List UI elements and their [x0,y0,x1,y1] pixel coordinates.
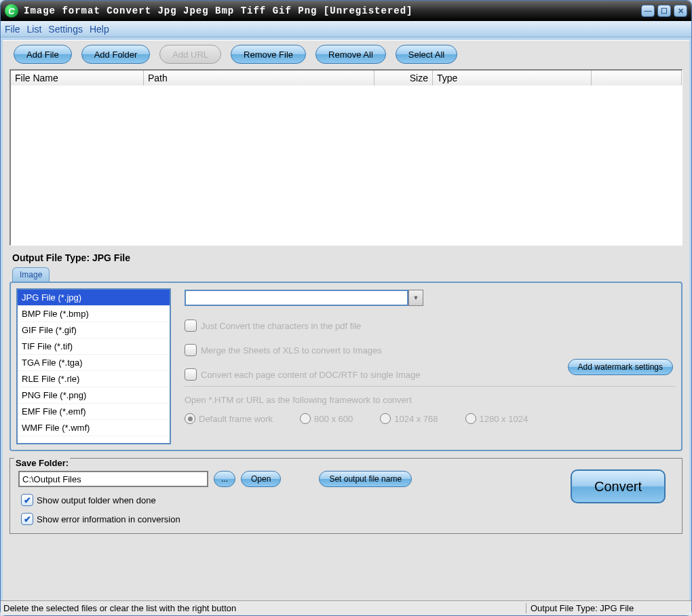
framework-radios: Default frame work 800 x 600 1024 x 768 … [185,413,676,424]
file-list[interactable]: File Name Path Size Type [9,69,683,246]
show-folder-label: Show output folder when done [37,495,156,505]
col-size[interactable]: Size [374,71,433,85]
add-folder-button[interactable]: Add Folder [81,45,151,64]
main-window: C Image format Convert Jpg Jpeg Bmp Tiff… [0,0,692,616]
checkbox-doc-single [185,368,197,381]
format-item-bmp[interactable]: BMP File (*.bmp) [18,306,170,322]
show-error-label: Show error information in conversion [37,514,180,524]
combo-dropdown-icon[interactable]: ▼ [408,290,423,306]
add-url-button: Add URL [159,45,221,64]
format-item-wmf[interactable]: WMF File (*.wmf) [18,420,170,436]
checkbox-xls-merge [185,344,197,356]
remove-all-button[interactable]: Remove All [315,45,386,64]
titlebar[interactable]: C Image format Convert Jpg Jpeg Bmp Tiff… [1,1,691,21]
statusbar: Delete the selected files or clear the l… [1,600,691,615]
format-item-tga[interactable]: TGA File (*.tga) [18,355,170,371]
set-output-name-button[interactable]: Set output file name [319,471,412,487]
checkbox-pdf-chars [185,320,197,332]
format-item-jpg[interactable]: JPG File (*.jpg) [18,290,170,306]
minimize-button[interactable]: — [641,5,655,17]
file-list-header: File Name Path Size Type [11,71,682,85]
format-item-png[interactable]: PNG File (*.png) [18,387,170,404]
output-type-label: Output File Type: JPG File [12,252,683,263]
col-file-name[interactable]: File Name [11,71,144,85]
save-path-input[interactable] [18,471,208,487]
remove-file-button[interactable]: Remove File [231,45,306,64]
radio-800 [300,413,311,424]
htm-framework-label: Open *.HTM or URL as the following frame… [185,395,676,405]
watermark-button[interactable]: Add watermark settings [568,359,673,375]
save-panel: Save Folder: ... Open Set output file na… [9,458,683,534]
col-spacer [592,71,682,85]
format-list[interactable]: JPG File (*.jpg) BMP File (*.bmp) GIF Fi… [16,288,171,444]
content-area: Add File Add Folder Add URL Remove File … [3,40,689,600]
save-folder-label: Save Folder: [14,458,70,468]
open-folder-button[interactable]: Open [241,471,281,487]
add-file-button[interactable]: Add File [14,45,72,64]
radio-1280 [465,413,476,424]
menu-list[interactable]: List [27,24,42,35]
maximize-button[interactable]: ☐ [657,5,671,17]
app-icon: C [5,4,18,18]
browse-button[interactable]: ... [214,471,235,487]
tab-image[interactable]: Image [12,267,50,282]
options-panel: JPG File (*.jpg) BMP File (*.bmp) GIF Fi… [9,282,683,451]
radio-1024 [380,413,391,424]
radio-default [185,413,195,424]
format-item-rle[interactable]: RLE File (*.rle) [18,371,170,387]
format-item-tif[interactable]: TIF File (*.tif) [18,339,170,355]
menubar: File List Settings Help [1,21,691,37]
close-button[interactable]: ✕ [674,5,687,17]
select-all-button[interactable]: Select All [396,45,457,64]
tab-strip: Image [12,267,683,282]
option-xls-merge: Merge the Sheets of XLS to convert to Im… [185,344,676,356]
menu-file[interactable]: File [5,24,20,35]
format-item-emf[interactable]: EMF File (*.emf) [18,404,170,420]
combo-box[interactable] [185,290,408,306]
window-title: Image format Convert Jpg Jpeg Bmp Tiff G… [24,5,641,16]
checkbox-show-error[interactable]: ✔ [21,513,33,525]
checkbox-show-folder[interactable]: ✔ [21,494,33,506]
menu-settings[interactable]: Settings [48,24,83,35]
convert-button[interactable]: Convert [571,469,666,503]
status-left: Delete the selected files or clear the l… [3,603,526,613]
options-column: ▼ Just Convert the characters in the pdf… [185,288,676,444]
col-type[interactable]: Type [433,71,592,85]
toolbar: Add File Add Folder Add URL Remove File … [9,45,683,64]
option-pdf-chars: Just Convert the characters in the pdf f… [185,320,676,332]
menu-help[interactable]: Help [90,24,109,35]
format-item-gif[interactable]: GIF File (*.gif) [18,322,170,339]
status-right: Output File Type: JPG File [526,603,689,613]
col-path[interactable]: Path [144,71,374,85]
